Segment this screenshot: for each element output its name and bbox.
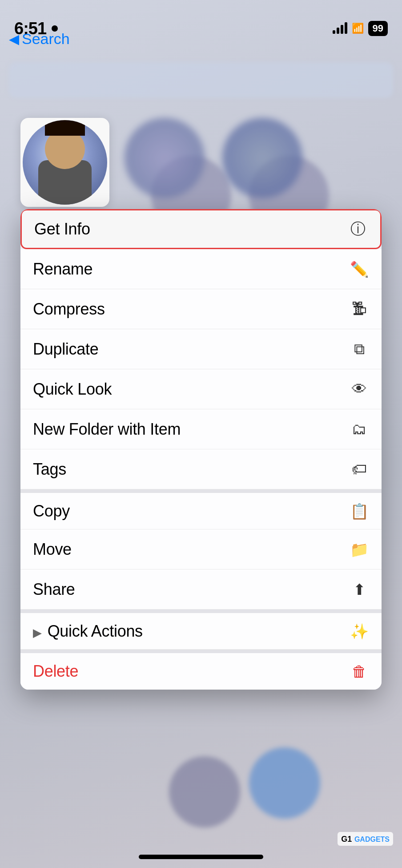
- menu-label-quick-look: Quick Look: [33, 380, 112, 399]
- menu-label-move: Move: [33, 540, 72, 559]
- menu-label-share: Share: [33, 580, 75, 599]
- menu-label-quick-actions: Quick Actions: [33, 622, 143, 641]
- menu-icon-quick-look: 👁: [350, 380, 369, 398]
- menu-item-quick-actions[interactable]: Quick Actions✨: [20, 610, 382, 650]
- battery-level: 99: [373, 23, 383, 34]
- menu-icon-get-info: ⓘ: [348, 219, 368, 239]
- back-label: Search: [22, 30, 70, 48]
- signal-icon: [333, 23, 347, 34]
- file-thumbnail: [20, 118, 109, 207]
- menu-icon-tags: 🏷: [350, 460, 369, 478]
- menu-item-quick-look[interactable]: Quick Look👁: [20, 369, 382, 409]
- menu-label-compress: Compress: [33, 300, 105, 319]
- menu-item-get-info[interactable]: Get Infoⓘ: [20, 209, 382, 249]
- menu-icon-move: 📁: [350, 541, 369, 558]
- blurred-avatar-2: [222, 118, 302, 198]
- menu-icon-new-folder: 🗂: [350, 420, 369, 438]
- menu-label-delete: Delete: [33, 662, 78, 681]
- menu-icon-share: ⬆: [350, 581, 369, 598]
- menu-item-duplicate[interactable]: Duplicate⧉: [20, 329, 382, 369]
- menu-icon-quick-actions: ✨: [350, 622, 369, 640]
- blurred-avatar-1: [125, 118, 205, 198]
- menu-icon-rename: ✏️: [350, 260, 369, 278]
- menu-icon-duplicate: ⧉: [350, 340, 369, 358]
- menu-label-get-info: Get Info: [34, 220, 90, 238]
- menu-label-tags: Tags: [33, 460, 66, 479]
- menu-item-copy[interactable]: Copy📋: [20, 489, 382, 529]
- search-bar-bg: [9, 62, 393, 98]
- menu-item-delete[interactable]: Delete🗑: [20, 650, 382, 690]
- menu-item-move[interactable]: Move📁: [20, 529, 382, 569]
- watermark: G1 GADGETS: [338, 832, 393, 846]
- battery-indicator: 99: [368, 21, 388, 36]
- menu-item-compress[interactable]: Compress🗜: [20, 289, 382, 329]
- home-indicator: [139, 855, 263, 859]
- menu-item-rename[interactable]: Rename✏️: [20, 249, 382, 289]
- back-navigation[interactable]: ◀ Search: [9, 30, 70, 48]
- back-arrow-icon: ◀: [9, 31, 19, 47]
- menu-label-copy: Copy: [33, 502, 70, 521]
- menu-icon-compress: 🗜: [350, 300, 369, 318]
- menu-icon-copy: 📋: [350, 502, 369, 520]
- menu-icon-delete: 🗑: [350, 663, 369, 680]
- menu-label-new-folder: New Folder with Item: [33, 420, 181, 439]
- wifi-icon: 📶: [352, 23, 364, 34]
- menu-label-duplicate: Duplicate: [33, 340, 98, 359]
- context-menu: Get InfoⓘRename✏️Compress🗜Duplicate⧉Quic…: [20, 209, 382, 690]
- status-icons: 📶 99: [333, 21, 388, 36]
- menu-item-new-folder[interactable]: New Folder with Item🗂: [20, 409, 382, 449]
- menu-item-share[interactable]: Share⬆: [20, 569, 382, 610]
- menu-label-rename: Rename: [33, 260, 92, 279]
- menu-item-tags[interactable]: Tags🏷: [20, 449, 382, 489]
